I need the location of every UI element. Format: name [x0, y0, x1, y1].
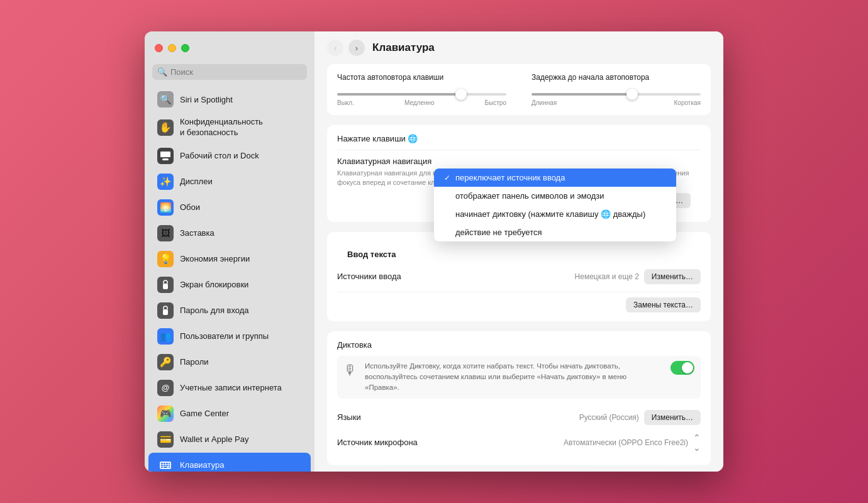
dropdown-item-label: начинает диктовку (нажмите клавишу 🌐 два… [455, 209, 645, 219]
internet-accounts-icon: @ [157, 380, 174, 396]
nav-back-button[interactable]: ‹ [327, 40, 343, 56]
sidebar-item-label: Конфиденциальностьи безопасность [180, 117, 263, 138]
svg-rect-12 [169, 465, 170, 466]
sidebar-item-label: Пользователи и группы [180, 331, 269, 341]
close-button[interactable] [155, 44, 163, 52]
lang-button[interactable]: Изменить… [644, 410, 701, 425]
siri-spotlight-icon: 🔍 [157, 91, 174, 108]
slider1-max-label: Быстро [485, 99, 506, 106]
keypress-row: Нажатие клавиши 🌐 [337, 134, 701, 143]
sidebar-item-label: Wallet и Apple Pay [180, 434, 248, 444]
window-titlebar [145, 31, 314, 64]
sources-label: Источники ввода [337, 272, 401, 281]
main-window: 🔍 🔍 Siri и Spotlight ✋ Конфиденциальност… [145, 31, 723, 472]
repeat-rate-group: Частота автоповтора клавиши Выкл. Медлен… [337, 73, 506, 106]
slider1-mid-label: Медленно [404, 99, 435, 106]
lock-screen-icon [157, 277, 174, 293]
svg-rect-9 [161, 465, 163, 466]
sidebar-item-label: Экономия энергии [180, 254, 250, 263]
dictation-toggle[interactable] [670, 361, 694, 375]
sidebar-item-label: Рабочий стол и Dock [180, 151, 259, 160]
sidebar-item-game-center[interactable]: 🎮 Game Center [148, 401, 311, 426]
svg-rect-8 [169, 463, 170, 464]
sidebar-item-wallet-pay[interactable]: 💳 Wallet и Apple Pay [148, 427, 311, 452]
screensaver-icon: 🖼 [157, 225, 174, 241]
main-titlebar: ‹ › Клавиатура [314, 31, 723, 64]
sidebar-item-label: Дисплеи [180, 177, 213, 186]
search-input[interactable] [170, 67, 302, 77]
dropdown-item-dictation[interactable]: ✓ начинает диктовку (нажмите клавишу 🌐 д… [434, 205, 676, 223]
svg-rect-7 [166, 463, 168, 464]
sidebar-list: 🔍 Siri и Spotlight ✋ Конфиденциальностьи… [145, 86, 314, 472]
sidebar-item-users-groups[interactable]: 👥 Пользователи и группы [148, 324, 311, 349]
search-bar[interactable]: 🔍 [152, 64, 307, 80]
sidebar-item-screensaver[interactable]: 🖼 Заставка [148, 221, 311, 246]
repeat-rate-slider[interactable] [337, 93, 506, 96]
sources-value: Немецкая и еще 2 [575, 272, 639, 281]
dropdown-item-switch-input[interactable]: ✓ переключает источник ввода [434, 169, 676, 187]
users-groups-icon: 👥 [157, 328, 174, 345]
mic-source-chevron[interactable]: ⌃⌄ [693, 433, 701, 453]
sidebar: 🔍 🔍 Siri и Spotlight ✋ Конфиденциальност… [145, 31, 314, 472]
sidebar-item-label: Экран блокировки [180, 280, 248, 289]
game-center-icon: 🎮 [157, 406, 174, 422]
mic-source-value: Автоматически (OPPO Enco Free2i) [564, 438, 688, 447]
sidebar-item-internet-accounts[interactable]: @ Учетные записи интернета [148, 375, 311, 401]
sidebar-item-label: Клавиатура [180, 460, 224, 470]
svg-rect-13 [161, 467, 163, 468]
sidebar-item-label: Учетные записи интернета [180, 383, 282, 392]
sidebar-item-privacy[interactable]: ✋ Конфиденциальностьи безопасность [148, 113, 311, 143]
password-login-icon [157, 302, 174, 319]
privacy-icon: ✋ [157, 119, 174, 136]
sidebar-item-label: Обои [180, 202, 200, 212]
sources-button[interactable]: Изменить… [644, 269, 701, 284]
repeat-rate-label: Частота автоповтора клавиши [337, 73, 506, 82]
sidebar-item-desktop-dock[interactable]: Рабочий стол и Dock [148, 143, 311, 169]
slider2-max-label: Короткая [674, 99, 701, 106]
maximize-button[interactable] [181, 44, 189, 52]
svg-rect-2 [163, 284, 168, 289]
svg-rect-10 [164, 465, 165, 466]
dictation-section: Диктовка 🎙 Используйте Диктовку, когда х… [327, 331, 711, 465]
dictation-desc-row: 🎙 Используйте Диктовку, когда хотите наб… [337, 356, 701, 399]
delay-group: Задержка до начала автоповтора Длинная К… [531, 73, 701, 106]
sidebar-item-label: Game Center [180, 409, 229, 418]
dictation-title: Диктовка [337, 340, 701, 350]
wallpaper-icon: 🌅 [157, 199, 174, 216]
sidebar-item-label: Пароль для входа [180, 306, 249, 315]
main-panel: ‹ › Клавиатура Частота автоповтора клави… [314, 31, 723, 472]
microphone-icon: 🎙 [343, 362, 357, 379]
lang-row: Языки Русский (Россия) Изменить… [337, 406, 701, 429]
lang-value: Русский (Россия) [579, 413, 639, 422]
passwords-icon: 🔑 [157, 354, 174, 370]
dropdown-item-label: переключает источник ввода [455, 173, 565, 182]
svg-rect-3 [163, 309, 168, 315]
dropdown-item-no-action[interactable]: ✓ действие не требуется [434, 223, 676, 241]
keypress-label: Нажатие клавиши 🌐 [337, 134, 418, 143]
minimize-button[interactable] [168, 44, 176, 52]
sidebar-item-wallpaper[interactable]: 🌅 Обои [148, 195, 311, 220]
delay-slider[interactable] [531, 93, 701, 96]
svg-rect-6 [164, 463, 165, 464]
sidebar-item-lock-screen[interactable]: Экран блокировки [148, 272, 311, 297]
sidebar-item-password-login[interactable]: Пароль для входа [148, 298, 311, 323]
sidebar-item-energy[interactable]: 💡 Экономия энергии [148, 246, 311, 272]
sidebar-item-passwords[interactable]: 🔑 Пароли [148, 350, 311, 375]
svg-rect-11 [166, 465, 168, 466]
text-input-section: Ввод текста Источники ввода Немецкая и е… [327, 232, 711, 321]
dropdown-item-show-emoji[interactable]: ✓ отображает панель символов и эмодзи [434, 187, 676, 205]
replacements-btn-row: Замены текста… [337, 292, 701, 312]
slider2-min-label: Длинная [531, 99, 557, 106]
svg-rect-5 [161, 463, 163, 464]
energy-icon: 💡 [157, 251, 174, 267]
replacements-button[interactable]: Замены текста… [626, 297, 701, 312]
svg-rect-0 [160, 152, 170, 157]
dropdown-item-label: действие не требуется [455, 228, 542, 237]
keyboard-icon [157, 457, 174, 472]
nav-forward-button[interactable]: › [348, 40, 365, 56]
sources-row: Источники ввода Немецкая и еще 2 Изменит… [337, 265, 701, 288]
sidebar-item-keyboard[interactable]: Клавиатура [148, 453, 311, 472]
sidebar-item-siri-spotlight[interactable]: 🔍 Siri и Spotlight [148, 87, 311, 112]
sidebar-item-displays[interactable]: ✨ Дисплеи [148, 169, 311, 194]
check-icon: ✓ [444, 174, 450, 182]
